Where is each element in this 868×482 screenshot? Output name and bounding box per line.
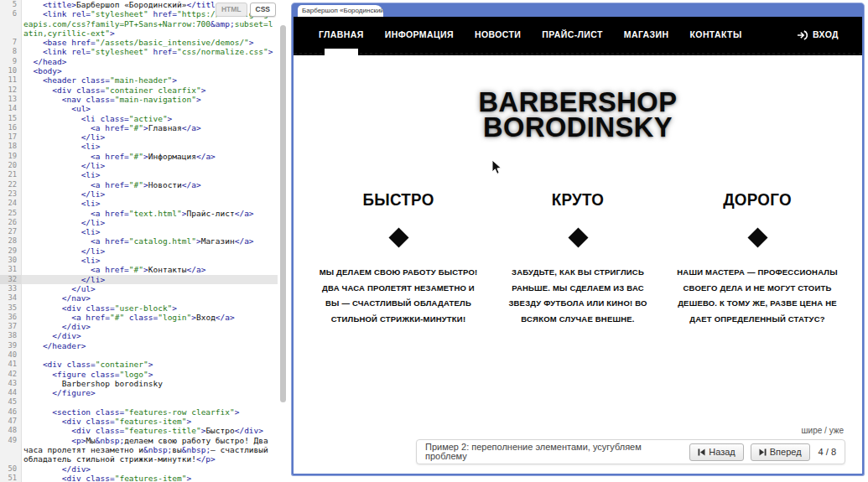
code-line: 32 </li> bbox=[0, 275, 278, 284]
code-token-tag: <a href= bbox=[23, 209, 129, 218]
line-number: 43 bbox=[0, 379, 22, 388]
code-text: <li> bbox=[22, 170, 278, 179]
line-number: 25 bbox=[0, 209, 22, 218]
nav-item-магазин[interactable]: МАГАЗИН bbox=[624, 30, 669, 39]
code-text: <a href="catalog.html">Магазин</a> bbox=[22, 236, 278, 246]
code-line: 47 <div class="features-item"> bbox=[0, 417, 278, 426]
code-token-tag: <li> bbox=[23, 227, 101, 236]
code-line: 50 </div> bbox=[0, 464, 278, 474]
code-line: 42 <figure class="logo"> bbox=[0, 370, 278, 379]
code-text: </div> bbox=[22, 464, 278, 474]
line-number: 27 bbox=[0, 227, 22, 236]
line-number: 39 bbox=[0, 341, 22, 350]
code-editor[interactable]: 5 <title>Барбершоп «Бородинский»</title>… bbox=[0, 0, 289, 482]
line-number: 32 bbox=[0, 275, 22, 284]
line-number: 40 bbox=[0, 350, 22, 360]
line-number: 13 bbox=[0, 95, 22, 104]
code-token-tag: > bbox=[186, 417, 191, 426]
nav-item-новости[interactable]: НОВОСТИ bbox=[475, 30, 521, 39]
code-line: 17 </li> bbox=[0, 132, 278, 142]
code-token-tag: <a href= bbox=[23, 236, 129, 246]
tab-html[interactable]: HTML bbox=[216, 3, 247, 17]
line-number: 10 bbox=[0, 66, 22, 75]
code-token-tag: href= bbox=[148, 9, 177, 18]
code-token-tag: > bbox=[148, 370, 153, 379]
code-line: 27 <li> bbox=[0, 227, 278, 236]
code-text: <div class="features-item"> bbox=[22, 417, 278, 426]
nav-item-прайс-лист[interactable]: ПРАЙС-ЛИСТ bbox=[542, 30, 603, 39]
code-line: 44 </figure> bbox=[0, 388, 278, 397]
code-token-tag: > bbox=[168, 114, 173, 123]
browser-tab[interactable]: Барбершоп «Бородинский» - HTM bbox=[298, 5, 383, 17]
code-token-str: "css/normalize.css" bbox=[177, 47, 268, 56]
code-line: 30 <li> bbox=[0, 256, 278, 265]
code-token-tag: </li> bbox=[23, 132, 105, 142]
code-text: </nav> bbox=[22, 293, 278, 303]
code-line: 21 <li> bbox=[0, 170, 278, 179]
feature-item: ДОРОГОНАШИ МАСТЕРА — ПРОФЕССИОНАЛЫ СВОЕГ… bbox=[668, 191, 847, 327]
code-token-txt: Быстро bbox=[205, 426, 234, 435]
code-text: <a href="#">Контакты</a> bbox=[22, 265, 278, 274]
code-token-tag: <li> bbox=[23, 142, 101, 151]
code-line: 18 <li> bbox=[0, 142, 278, 151]
code-token-tag: <a href= bbox=[23, 265, 129, 274]
login-label: ВХОД bbox=[813, 30, 839, 39]
code-token-str: "container" bbox=[96, 360, 148, 369]
nav-item-контакты[interactable]: КОНТАКТЫ bbox=[690, 30, 742, 39]
scrollbar-thumb[interactable] bbox=[280, 25, 286, 402]
code-line: 43 Barbershop borodinsky bbox=[0, 379, 278, 388]
code-token-txt: Контакты bbox=[148, 265, 187, 274]
code-line: 41 <div class="container"> bbox=[0, 360, 278, 369]
code-text: <figure class="logo"> bbox=[22, 370, 278, 379]
code-text: <a href="#">Информация</a> bbox=[22, 152, 278, 161]
demo-caption: Пример 2: переполнение элементами, усугу… bbox=[425, 443, 683, 461]
code-line: 34 </nav> bbox=[0, 293, 278, 303]
feature-text: НАШИ МАСТЕРА — ПРОФЕССИОНАЛЫ СВОЕГО ДЕЛА… bbox=[676, 265, 839, 327]
code-token-tag: <a href= bbox=[23, 152, 129, 161]
code-line: 8 <link rel="stylesheet" href="css/norma… bbox=[0, 47, 278, 56]
line-number: 31 bbox=[0, 265, 22, 274]
line-number: 6 bbox=[0, 9, 22, 38]
code-token-ent: &amp; bbox=[211, 19, 235, 29]
nav-item-информация[interactable]: ИНФОРМАЦИЯ bbox=[385, 30, 454, 39]
forward-button[interactable]: Вперед bbox=[751, 443, 810, 461]
resize-width-link[interactable]: шире / уже bbox=[802, 427, 844, 435]
code-token-str: "stylesheet" bbox=[91, 47, 148, 56]
line-number: 44 bbox=[0, 388, 22, 397]
code-text: <div class="container"> bbox=[22, 360, 278, 369]
line-number: 46 bbox=[0, 407, 22, 417]
code-token-txt: Barbershop borodinsky bbox=[23, 379, 163, 388]
code-text bbox=[22, 397, 278, 407]
code-line: 25 <a href="text.html">Прайс-лист</a> bbox=[0, 209, 278, 218]
code-token-str: "login" bbox=[158, 313, 191, 322]
code-token-tag: <li class= bbox=[23, 114, 129, 123]
code-token-tag: </nav> bbox=[23, 293, 91, 303]
code-token-str: "#" bbox=[129, 152, 143, 161]
code-token-str: "logo" bbox=[119, 370, 148, 379]
browser-viewport: ГЛАВНАЯИНФОРМАЦИЯНОВОСТИПРАЙС-ЛИСТМАГАЗИ… bbox=[294, 17, 862, 474]
line-number: 20 bbox=[0, 161, 22, 170]
line-number: 11 bbox=[0, 75, 22, 85]
nav-item-главная[interactable]: ГЛАВНАЯ bbox=[319, 30, 364, 39]
editor-scrollbar[interactable] bbox=[278, 0, 288, 482]
login-link[interactable]: ВХОД bbox=[797, 30, 862, 40]
code-token-tag: </a> bbox=[187, 265, 206, 274]
features-row: БЫСТРОМЫ ДЕЛАЕМ СВОЮ РАБОТУ БЫСТРО! ДВА … bbox=[309, 191, 847, 327]
code-token-tag: </a> bbox=[196, 152, 216, 161]
code-token-tag: <link rel= bbox=[23, 9, 91, 18]
code-token-tag: <link rel= bbox=[23, 47, 91, 56]
code-token-tag: <nav class= bbox=[23, 95, 115, 104]
tab-css[interactable]: CSS bbox=[250, 3, 276, 17]
line-number: 50 bbox=[0, 464, 22, 474]
code-text: </header> bbox=[22, 341, 278, 350]
code-token-tag: > bbox=[110, 29, 115, 38]
line-number: 22 bbox=[0, 180, 22, 189]
code-line: 35 <div class="user-block"> bbox=[0, 303, 278, 313]
code-token-tag: <figure class= bbox=[23, 370, 119, 379]
code-token-tag: <body> bbox=[23, 66, 62, 75]
code-token-tag: > bbox=[172, 75, 177, 85]
code-token-str: "features-row clearfix" bbox=[124, 407, 235, 417]
back-button[interactable]: Назад bbox=[689, 443, 744, 461]
line-number: 21 bbox=[0, 170, 22, 179]
code-token-str: "active" bbox=[129, 114, 168, 123]
